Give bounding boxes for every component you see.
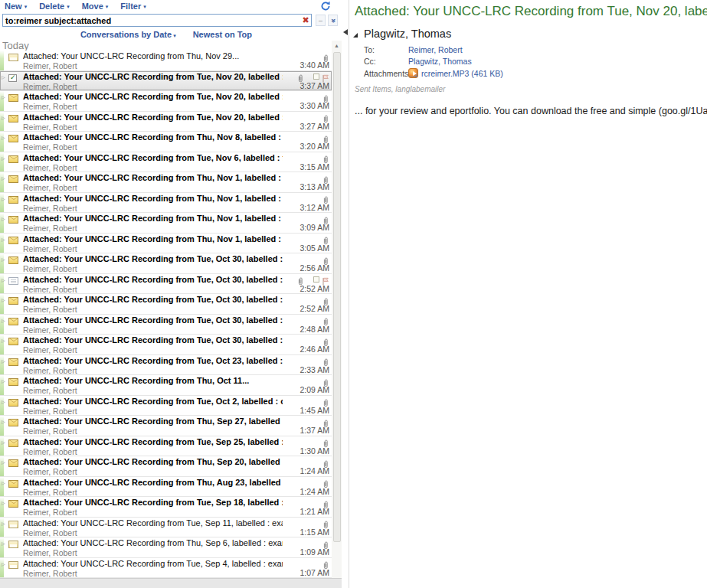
vertical-scrollbar[interactable]: ▲ [332, 41, 342, 578]
message-row[interactable]: ▷ Attached: Your UNCC-LRC Recording from… [0, 294, 332, 315]
to-recipient-link[interactable]: Reimer, Robert [408, 45, 463, 54]
expand-conversation-icon[interactable]: ▷ [2, 175, 5, 181]
message-row[interactable]: ▷ Attached: Your UNCC-LRC Recording from… [0, 335, 332, 355]
message-row[interactable]: ▷ Attached: Your UNCC-LRC Recording from… [0, 253, 332, 274]
scroll-up-arrow-icon[interactable]: ▲ [332, 41, 342, 51]
new-menu-button[interactable]: New▾ [5, 2, 27, 11]
message-sender: Reimer, Robert [23, 224, 283, 233]
expand-conversation-icon[interactable]: ▷ [2, 74, 5, 80]
message-row[interactable]: ▷ Attached: Your UNCC-LRC Recording from… [0, 172, 332, 193]
expand-conversation-icon[interactable]: ▷ [2, 338, 5, 343]
list-bottom-scrollbar[interactable] [0, 578, 342, 588]
refresh-icon[interactable] [320, 1, 331, 11]
search-bar: ✖ – » [2, 14, 339, 28]
expand-conversation-icon[interactable]: ▷ [2, 378, 5, 384]
message-time: 3:37 AM [297, 81, 329, 91]
newest-on-top-dropdown[interactable]: Newest on Top [193, 30, 252, 39]
expand-conversation-icon[interactable]: ▷ [2, 439, 5, 445]
attachments-field: Attachments: rcreimer.MP3 (461 KB) [364, 68, 707, 78]
collapse-header-icon[interactable] [353, 33, 358, 38]
expand-conversation-icon[interactable]: ▷ [2, 115, 5, 120]
expand-conversation-icon[interactable]: ▷ [2, 459, 5, 465]
expand-conversation-icon[interactable]: ▷ [2, 216, 5, 221]
filter-menu-button[interactable]: Filter▾ [120, 2, 146, 11]
message-row[interactable]: ▷ Attached: Your UNCC-LRC Recording from… [0, 416, 332, 436]
message-row[interactable]: ▷ Attached: Your UNCC-LRC Recording from… [0, 274, 332, 295]
message-text: Attached: Your UNCC-LRC Recording from T… [23, 51, 283, 70]
message-subject: Attached: Your UNCC-LRC Recording from T… [23, 275, 283, 285]
message-row[interactable]: ▷ Attached: Your UNCC-LRC Recording from… [0, 91, 332, 112]
cc-recipient-link[interactable]: Plagwitz, Thomas [408, 57, 472, 66]
mail-status-icon [8, 115, 18, 122]
message-row[interactable]: ▷ Attached: Your UNCC-LRC Recording from… [0, 71, 332, 92]
clear-search-icon[interactable]: ✖ [300, 15, 311, 26]
category-icon[interactable] [313, 74, 319, 80]
message-row[interactable]: ▷ Attached: Your UNCC-LRC Recording from… [0, 436, 332, 457]
message-text: Attached: Your UNCC-LRC Recording from T… [23, 478, 283, 497]
expand-conversation-icon[interactable]: ▷ [2, 521, 5, 526]
expand-conversation-icon[interactable]: ▷ [2, 297, 5, 302]
message-row[interactable]: ▷ Attached: Your UNCC-LRC Recording from… [0, 518, 332, 538]
message-row[interactable]: ▷ Attached: Your UNCC-LRC Recording from… [0, 537, 332, 558]
flag-icon[interactable] [322, 275, 329, 283]
message-time: 1:21 AM [299, 507, 329, 517]
expand-conversation-icon[interactable]: ▷ [2, 256, 5, 262]
paperclip-icon [322, 559, 329, 567]
expand-conversation-icon[interactable]: ▷ [2, 155, 5, 161]
expand-conversation-icon[interactable]: ▷ [2, 196, 5, 201]
search-options-chevron-icon[interactable]: » [328, 15, 338, 26]
scrollbar-thumb[interactable] [333, 52, 341, 542]
search-scope-button[interactable]: – [316, 15, 326, 26]
message-row[interactable]: ▷ Attached: Your UNCC-LRC Recording from… [0, 396, 332, 416]
expand-conversation-icon[interactable]: ▷ [2, 318, 5, 323]
message-time: 1:45 AM [299, 406, 329, 416]
expand-conversation-icon[interactable]: ▷ [2, 500, 5, 505]
flag-icon[interactable] [322, 72, 329, 80]
collapse-pane-icon[interactable] [343, 29, 348, 35]
message-meta: 1:21 AM [299, 498, 329, 517]
expand-conversation-icon[interactable]: ▷ [2, 541, 5, 546]
delete-menu-button[interactable]: Delete▾ [39, 2, 70, 11]
move-menu-button[interactable]: Move▾ [82, 2, 109, 11]
message-text: Attached: Your UNCC-LRC Recording from T… [23, 194, 283, 213]
message-text: Attached: Your UNCC-LRC Recording from T… [23, 498, 283, 517]
message-row[interactable]: ▷ Attached: Your UNCC-LRC Recording from… [0, 315, 332, 335]
expand-conversation-icon[interactable]: ▷ [2, 480, 5, 485]
message-row[interactable]: ▷ Attached: Your UNCC-LRC Recording from… [0, 132, 332, 152]
category-icon[interactable] [313, 276, 319, 283]
chevron-down-icon: ▾ [25, 4, 28, 9]
message-row[interactable]: ▷ Attached: Your UNCC-LRC Recording from… [0, 51, 332, 71]
message-text: Attached: Your UNCC-LRC Recording from T… [23, 376, 283, 395]
message-row[interactable]: ▷ Attached: Your UNCC-LRC Recording from… [0, 375, 332, 396]
message-row[interactable]: ▷ Attached: Your UNCC-LRC Recording from… [0, 558, 332, 579]
expand-conversation-icon[interactable]: ▷ [2, 94, 5, 100]
expand-conversation-icon[interactable]: ▷ [2, 419, 5, 424]
message-time: 2:52 AM [297, 284, 329, 294]
message-row[interactable]: ▷ Attached: Your UNCC-LRC Recording from… [0, 477, 332, 498]
expand-conversation-icon[interactable]: ▷ [2, 358, 5, 364]
message-subject: Attached: Your UNCC-LRC Recording from T… [23, 335, 283, 345]
message-row[interactable]: ▷ Attached: Your UNCC-LRC Recording from… [0, 213, 332, 234]
message-row[interactable]: ▷ Attached: Your UNCC-LRC Recording from… [0, 497, 332, 518]
message-row[interactable]: ▷ Attached: Your UNCC-LRC Recording from… [0, 112, 332, 132]
message-text: Attached: Your UNCC-LRC Recording from T… [23, 275, 283, 294]
message-row[interactable]: ▷ Attached: Your UNCC-LRC Recording from… [0, 152, 332, 173]
expand-conversation-icon[interactable]: ▷ [2, 399, 5, 404]
search-input[interactable] [3, 15, 300, 25]
message-text: Attached: Your UNCC-LRC Recording from T… [23, 538, 283, 557]
pane-splitter[interactable] [342, 0, 349, 588]
message-row[interactable]: ▷ Attached: Your UNCC-LRC Recording from… [0, 193, 332, 214]
message-sender: Reimer, Robert [23, 244, 283, 253]
message-row[interactable]: ▷ Attached: Your UNCC-LRC Recording from… [0, 234, 332, 254]
expand-conversation-icon[interactable]: ▷ [2, 561, 5, 567]
message-sender: Reimer, Robert [23, 366, 283, 375]
expand-conversation-icon[interactable]: ▷ [2, 277, 5, 283]
conversations-by-date-dropdown[interactable]: Conversations by Date▾ [80, 30, 176, 39]
expand-conversation-icon[interactable]: ▷ [2, 237, 5, 242]
message-row[interactable]: ▷ Attached: Your UNCC-LRC Recording from… [0, 355, 332, 376]
expand-conversation-icon[interactable]: ▷ [2, 135, 5, 140]
message-time: 3:20 AM [299, 142, 329, 152]
message-subject: Attached: Your UNCC-LRC Recording from T… [23, 92, 283, 102]
message-row[interactable]: ▷ Attached: Your UNCC-LRC Recording from… [0, 456, 332, 477]
attachment-link[interactable]: rcreimer.MP3 (461 KB) [408, 68, 503, 78]
